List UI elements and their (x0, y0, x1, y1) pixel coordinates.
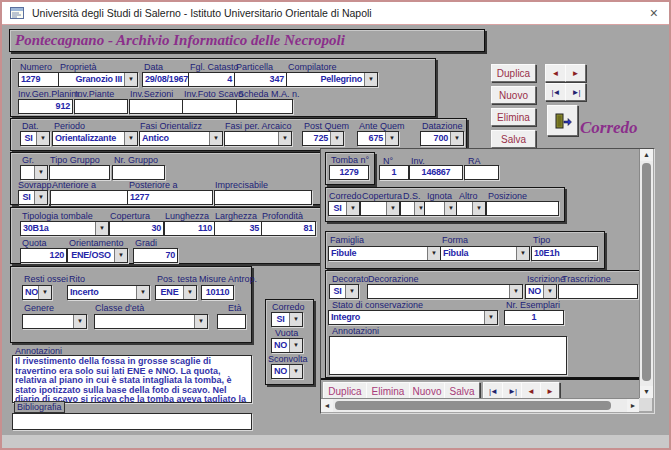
record-prev-button[interactable]: ◄ (545, 64, 566, 82)
chevron-down-icon[interactable]: ▼ (73, 315, 86, 328)
chevron-down-icon[interactable]: ▼ (484, 311, 497, 324)
scroll-right-icon[interactable]: ► (627, 399, 639, 412)
stato-conservazione-combobox[interactable]: Integro▼ (328, 310, 498, 325)
chevron-down-icon[interactable]: ▼ (472, 202, 485, 215)
chevron-down-icon[interactable]: ▼ (516, 247, 529, 260)
anteriore-field[interactable] (50, 190, 128, 205)
chevron-down-icon[interactable]: ▼ (289, 365, 302, 378)
chevron-down-icon[interactable]: ▼ (386, 202, 399, 215)
nr-esemplari-field[interactable]: 1 (504, 310, 564, 325)
chevron-down-icon[interactable]: ▼ (345, 285, 358, 298)
horizontal-scrollbar[interactable]: ◄ ► (321, 398, 639, 412)
orientamento-combobox[interactable]: ENE/OSO▼ (67, 248, 128, 263)
post-quem-combobox[interactable]: 725▼ (302, 131, 344, 146)
classe-eta-combobox[interactable]: ▼ (94, 314, 208, 329)
forma-combobox[interactable]: Fibula▼ (440, 246, 530, 261)
scroll-left-icon[interactable]: ◄ (321, 399, 333, 412)
bibliografia-textarea[interactable] (12, 413, 252, 430)
salva-button[interactable]: Salva (491, 130, 536, 148)
chevron-down-icon[interactable]: ▼ (194, 315, 207, 328)
chevron-down-icon[interactable]: ▼ (543, 285, 556, 298)
vertical-scroll-thumb[interactable] (642, 163, 651, 381)
vertical-scrollbar[interactable]: ▲ ▼ (639, 149, 653, 398)
iscrizione-combobox[interactable]: NO▼ (525, 284, 557, 299)
fgl-catasto-field[interactable]: 4 (188, 72, 235, 87)
profondita-field[interactable]: 81 (261, 221, 316, 236)
sconvolta-combobox[interactable]: NO▼ (271, 364, 303, 379)
eta-field[interactable] (217, 314, 246, 329)
exit-button[interactable] (547, 105, 578, 136)
particella-field[interactable]: 347 (234, 72, 287, 87)
chevron-down-icon[interactable]: ▼ (346, 202, 359, 215)
vuota-combobox[interactable]: NO▼ (271, 338, 303, 353)
elimina-button[interactable]: Elimina (491, 108, 536, 126)
pos-testa-combobox[interactable]: ENE▼ (155, 285, 197, 300)
tipo-gruppo-field[interactable] (49, 165, 110, 180)
famiglia-combobox[interactable]: Fibule▼ (328, 246, 441, 261)
record-next-button[interactable]: ► (565, 64, 586, 82)
inv-sezioni-field[interactable] (129, 99, 183, 114)
inv-field[interactable]: 146867 (409, 165, 463, 180)
annotazioni-corredo-textarea[interactable] (329, 336, 567, 375)
ignota-combobox[interactable]: ▼ (424, 201, 458, 216)
chevron-down-icon[interactable]: ▼ (38, 286, 51, 299)
n-field[interactable]: 1 (379, 165, 409, 180)
annotazioni-textarea[interactable]: Il rivestimento della fossa in grosse sc… (12, 355, 252, 403)
ra-field[interactable] (464, 165, 499, 180)
tipologia-tombale-combobox[interactable]: 30B1a▼ (20, 221, 109, 236)
datazione-combobox[interactable]: 700▼ (420, 131, 464, 146)
chevron-down-icon[interactable]: ▼ (124, 132, 137, 145)
altro-combobox[interactable]: ▼ (456, 201, 486, 216)
copertura-field[interactable]: 30 (109, 221, 164, 236)
sovrapp-combobox[interactable]: SI▼ (18, 190, 48, 205)
periodo-combobox[interactable]: Orientalizzante▼ (52, 131, 138, 146)
decorazione-combobox[interactable]: ▼ (367, 284, 523, 299)
inv-foto-scavo-field[interactable] (182, 99, 237, 114)
chevron-down-icon[interactable]: ▼ (36, 132, 49, 145)
chevron-down-icon[interactable]: ▼ (278, 132, 291, 145)
scheda-ma-field[interactable] (236, 99, 293, 114)
proprieta-combobox[interactable]: Granozio III▼ (58, 72, 138, 87)
posizione-field[interactable] (486, 201, 559, 216)
quota-field[interactable]: 120 (20, 248, 67, 263)
chevron-down-icon[interactable]: ▼ (289, 313, 302, 326)
scroll-down-icon[interactable]: ▼ (640, 386, 653, 398)
decorato-combobox[interactable]: SI▼ (329, 284, 359, 299)
copertura-rep-combobox[interactable]: ▼ (360, 201, 400, 216)
chevron-down-icon[interactable]: ▼ (289, 339, 302, 352)
data-field[interactable]: 29/08/1967 (142, 72, 191, 87)
chevron-down-icon[interactable]: ▼ (427, 247, 440, 260)
fasi-arcaico-combobox[interactable]: ▼ (224, 131, 292, 146)
record-last-button[interactable]: ►| (565, 83, 586, 101)
corredo-rep-combobox[interactable]: SI▼ (328, 201, 360, 216)
gradi-field[interactable]: 70 (133, 248, 178, 263)
chevron-down-icon[interactable]: ▼ (209, 132, 222, 145)
inv-piante-field[interactable] (74, 99, 128, 114)
ante-quem-combobox[interactable]: 675▼ (357, 131, 399, 146)
lunghezza-field[interactable]: 110 (164, 221, 215, 236)
misure-antrop-field[interactable]: 10110 (201, 285, 234, 300)
rito-combobox[interactable]: Incerto▼ (67, 285, 150, 300)
chevron-down-icon[interactable]: ▼ (183, 286, 196, 299)
chevron-down-icon[interactable]: ▼ (34, 166, 47, 179)
chevron-down-icon[interactable]: ▼ (136, 286, 149, 299)
chevron-down-icon[interactable]: ▼ (509, 285, 522, 298)
larghezza-field[interactable]: 35 (214, 221, 262, 236)
record-first-button[interactable]: |◄ (545, 83, 566, 101)
chevron-down-icon[interactable]: ▼ (34, 191, 47, 204)
compilatore-combobox[interactable]: Pellegrino▼ (286, 72, 378, 87)
inv-gen-planim-field[interactable]: 912 (18, 99, 73, 114)
corredo-flag-combobox[interactable]: SI▼ (271, 312, 303, 327)
scroll-up-icon[interactable]: ▲ (640, 149, 653, 161)
dat-combobox[interactable]: SI▼ (20, 131, 50, 146)
trascrizione-field[interactable] (558, 284, 638, 299)
numero-field[interactable]: 1279 (18, 72, 60, 87)
genere-combobox[interactable]: ▼ (22, 314, 87, 329)
imprecisabile-field[interactable] (214, 190, 312, 205)
chevron-down-icon[interactable]: ▼ (385, 132, 398, 145)
chevron-down-icon[interactable]: ▼ (95, 222, 108, 235)
nr-gruppo-field[interactable] (112, 165, 165, 180)
chevron-down-icon[interactable]: ▼ (330, 132, 343, 145)
horizontal-scroll-thumb[interactable] (335, 401, 611, 410)
resti-ossei-combobox[interactable]: NO▼ (22, 285, 52, 300)
